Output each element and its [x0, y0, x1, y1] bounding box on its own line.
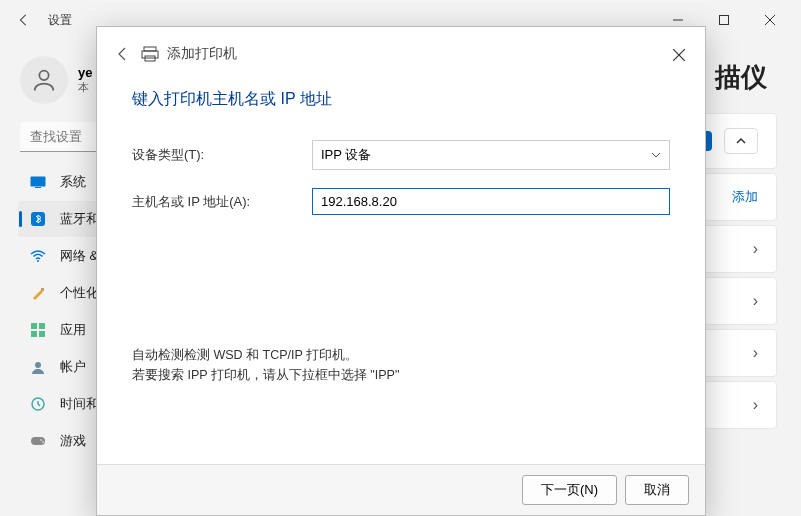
add-printer-dialog: 添加打印机 键入打印机主机名或 IP 地址 设备类型(T): IPP 设备 主机…: [96, 26, 706, 516]
dialog-back-button[interactable]: [115, 46, 131, 62]
next-button[interactable]: 下一页(N): [522, 475, 617, 505]
brush-icon: [30, 285, 46, 301]
nav-label: 时间和: [60, 395, 99, 413]
maximize-button[interactable]: [701, 4, 747, 36]
host-label: 主机名或 IP 地址(A):: [132, 193, 312, 211]
cancel-button[interactable]: 取消: [625, 475, 689, 505]
svg-rect-22: [142, 51, 158, 58]
chevron-down-icon: [651, 152, 661, 158]
window-title: 设置: [48, 12, 72, 29]
nav-label: 应用: [60, 321, 86, 339]
svg-point-4: [39, 71, 48, 80]
chevron-right-icon: ›: [753, 292, 758, 310]
host-input[interactable]: [312, 188, 670, 215]
gaming-icon: [30, 433, 46, 449]
svg-point-14: [35, 362, 41, 368]
device-type-label: 设备类型(T):: [132, 146, 312, 164]
chevron-right-icon: ›: [753, 344, 758, 362]
dialog-heading: 键入打印机主机名或 IP 地址: [132, 89, 670, 110]
dialog-title: 添加打印机: [141, 45, 237, 63]
nav-label: 游戏: [60, 432, 86, 450]
account-icon: [30, 359, 46, 375]
nav-label: 蓝牙和: [60, 210, 99, 228]
nav-label: 网络 &: [60, 247, 98, 265]
expand-button[interactable]: [724, 128, 758, 154]
svg-rect-16: [31, 437, 45, 445]
clock-icon: [30, 396, 46, 412]
chevron-right-icon: ›: [753, 240, 758, 258]
svg-rect-6: [35, 187, 41, 188]
dialog-close-button[interactable]: [665, 41, 693, 69]
wifi-icon: [30, 248, 46, 264]
nav-label: 系统: [60, 173, 86, 191]
svg-point-8: [37, 260, 39, 262]
svg-rect-21: [144, 47, 156, 51]
svg-rect-10: [31, 323, 37, 329]
svg-point-17: [40, 439, 42, 441]
nav-label: 帐户: [60, 358, 86, 376]
active-indicator: [19, 211, 22, 227]
svg-point-18: [42, 441, 44, 443]
chevron-right-icon: ›: [753, 396, 758, 414]
device-type-select[interactable]: IPP 设备: [312, 140, 670, 170]
svg-rect-11: [39, 323, 45, 329]
svg-rect-13: [39, 331, 45, 337]
device-type-value: IPP 设备: [321, 146, 371, 164]
system-icon: [30, 174, 46, 190]
add-label: 添加: [732, 188, 758, 206]
dialog-note: 自动检测检测 WSD 和 TCP/IP 打印机。 若要搜索 IPP 打印机，请从…: [132, 345, 670, 385]
apps-icon: [30, 322, 46, 338]
svg-rect-12: [31, 331, 37, 337]
printer-icon: [141, 46, 159, 62]
profile-name: ye: [78, 65, 92, 80]
bluetooth-icon: [30, 211, 46, 227]
svg-rect-9: [41, 288, 44, 291]
close-button[interactable]: [747, 4, 793, 36]
back-button[interactable]: [8, 4, 40, 36]
nav-label: 个性化: [60, 284, 99, 302]
svg-rect-1: [720, 16, 729, 25]
svg-rect-5: [31, 177, 46, 187]
profile-sub: 本: [78, 80, 92, 95]
avatar: [20, 56, 68, 104]
